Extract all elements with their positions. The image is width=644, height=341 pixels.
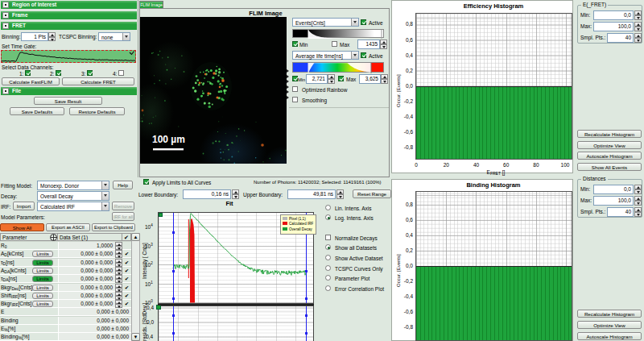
svg-text:100 µm: 100 µm [152, 134, 185, 145]
